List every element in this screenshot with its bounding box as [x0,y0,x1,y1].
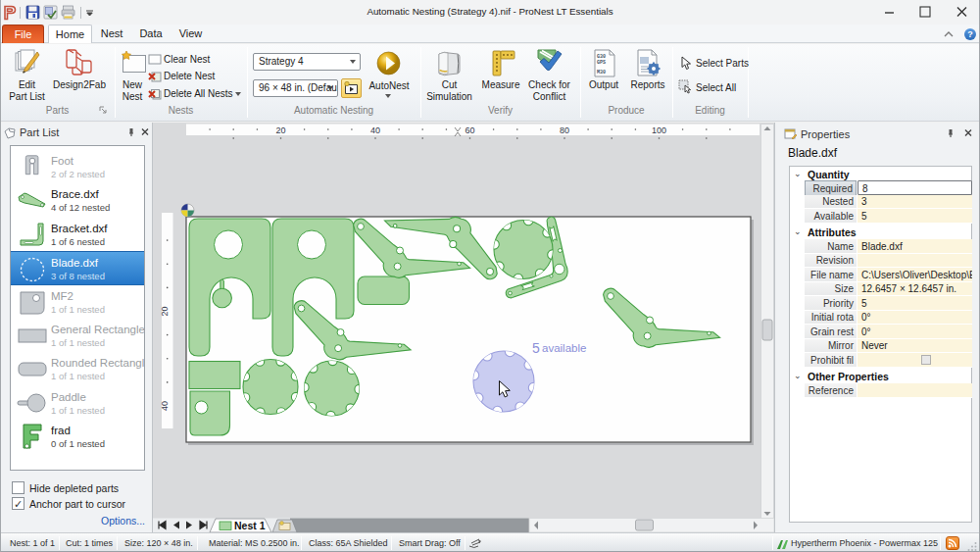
svg-text:60: 60 [465,125,474,135]
svg-text:available: available [542,342,586,354]
svg-text:80: 80 [560,125,569,135]
svg-text:20: 20 [275,125,285,135]
svg-text:20: 20 [160,306,170,316]
svg-text:GPS: GPS [597,60,606,66]
svg-text:100: 100 [652,125,666,135]
svg-text:M30: M30 [597,70,606,75]
svg-text:Nest 1: Nest 1 [234,520,266,531]
svg-text:5: 5 [532,340,540,356]
svg-text:40: 40 [160,401,170,411]
svg-text:40: 40 [370,125,380,135]
